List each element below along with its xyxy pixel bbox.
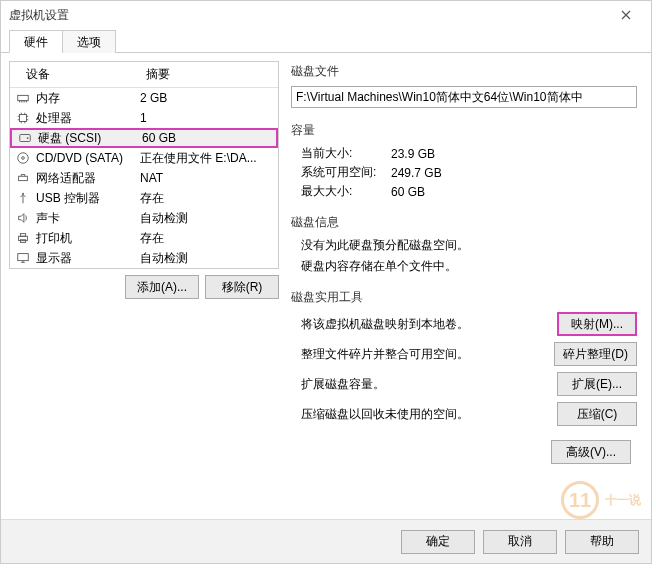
usb-icon <box>10 191 36 205</box>
printer-icon <box>10 231 36 245</box>
device-value: NAT <box>140 171 278 185</box>
window-title: 虚拟机设置 <box>9 7 69 24</box>
device-panel: 设备 摘要 内存2 GB处理器1硬盘 (SCSI)60 GBCD/DVD (SA… <box>9 61 279 269</box>
device-name: CD/DVD (SATA) <box>36 151 140 165</box>
device-name: 硬盘 (SCSI) <box>38 130 142 147</box>
ok-button[interactable]: 确定 <box>401 530 475 554</box>
device-value: 存在 <box>140 190 278 207</box>
device-value: 60 GB <box>142 131 276 145</box>
tools-label: 磁盘实用工具 <box>291 289 637 306</box>
svg-rect-6 <box>19 176 28 180</box>
disk-file-input[interactable] <box>291 86 637 108</box>
device-name: 处理器 <box>36 110 140 127</box>
disk-info-line2: 硬盘内容存储在单个文件中。 <box>301 258 637 275</box>
svg-point-3 <box>27 137 29 139</box>
titlebar: 虚拟机设置 <box>1 1 651 29</box>
cpu-icon <box>10 111 36 125</box>
detail-panel: 磁盘文件 容量 当前大小:23.9 GB 系统可用空间:249.7 GB 最大大… <box>289 61 643 501</box>
device-name: 网络适配器 <box>36 170 140 187</box>
close-button[interactable] <box>609 4 643 26</box>
disc-icon <box>10 151 36 165</box>
device-row-net[interactable]: 网络适配器NAT <box>10 168 278 188</box>
device-row-printer[interactable]: 打印机存在 <box>10 228 278 248</box>
device-value: 存在 <box>140 230 278 247</box>
device-list: 内存2 GB处理器1硬盘 (SCSI)60 GBCD/DVD (SATA)正在使… <box>10 88 278 268</box>
svg-rect-9 <box>20 234 25 237</box>
current-size-value: 23.9 GB <box>391 147 435 161</box>
device-list-header: 设备 摘要 <box>10 62 278 88</box>
sound-icon <box>10 211 36 225</box>
svg-rect-1 <box>20 115 27 122</box>
device-value: 2 GB <box>140 91 278 105</box>
memory-icon <box>10 91 36 105</box>
compact-desc: 压缩磁盘以回收未使用的空间。 <box>301 406 549 423</box>
remove-button[interactable]: 移除(R) <box>205 275 279 299</box>
group-tools: 磁盘实用工具 将该虚拟机磁盘映射到本地卷。 映射(M)... 整理文件碎片并整合… <box>291 289 637 426</box>
net-icon <box>10 171 36 185</box>
device-name: USB 控制器 <box>36 190 140 207</box>
device-name: 声卡 <box>36 210 140 227</box>
tab-hardware[interactable]: 硬件 <box>9 30 63 53</box>
tab-options[interactable]: 选项 <box>62 30 116 53</box>
defrag-button[interactable]: 碎片整理(D) <box>554 342 637 366</box>
device-name: 打印机 <box>36 230 140 247</box>
current-size-label: 当前大小: <box>301 145 391 162</box>
device-value: 正在使用文件 E:\DA... <box>140 150 278 167</box>
max-size-label: 最大大小: <box>301 183 391 200</box>
col-device: 设备 <box>10 62 140 87</box>
group-capacity: 容量 当前大小:23.9 GB 系统可用空间:249.7 GB 最大大小:60 … <box>291 122 637 200</box>
group-disk-info: 磁盘信息 没有为此硬盘预分配磁盘空间。 硬盘内容存储在单个文件中。 <box>291 214 637 275</box>
svg-point-4 <box>18 153 29 164</box>
device-value: 1 <box>140 111 278 125</box>
svg-point-7 <box>22 193 24 195</box>
compact-button[interactable]: 压缩(C) <box>557 402 637 426</box>
device-row-cpu[interactable]: 处理器1 <box>10 108 278 128</box>
device-row-disc[interactable]: CD/DVD (SATA)正在使用文件 E:\DA... <box>10 148 278 168</box>
col-summary: 摘要 <box>140 62 278 87</box>
device-name: 内存 <box>36 90 140 107</box>
svg-rect-11 <box>18 254 29 261</box>
map-desc: 将该虚拟机磁盘映射到本地卷。 <box>301 316 549 333</box>
advanced-button[interactable]: 高级(V)... <box>551 440 631 464</box>
device-row-display[interactable]: 显示器自动检测 <box>10 248 278 268</box>
group-disk-file: 磁盘文件 <box>291 63 637 108</box>
device-value: 自动检测 <box>140 250 278 267</box>
device-row-usb[interactable]: USB 控制器存在 <box>10 188 278 208</box>
device-name: 显示器 <box>36 250 140 267</box>
max-size-value: 60 GB <box>391 185 425 199</box>
device-row-memory[interactable]: 内存2 GB <box>10 88 278 108</box>
map-button[interactable]: 映射(M)... <box>557 312 637 336</box>
disk-file-label: 磁盘文件 <box>291 63 637 80</box>
free-space-value: 249.7 GB <box>391 166 442 180</box>
device-row-sound[interactable]: 声卡自动检测 <box>10 208 278 228</box>
footer: 确定 取消 帮助 <box>1 519 651 563</box>
disk-info-label: 磁盘信息 <box>291 214 637 231</box>
device-value: 自动检测 <box>140 210 278 227</box>
disk-info-line1: 没有为此硬盘预分配磁盘空间。 <box>301 237 637 254</box>
add-button[interactable]: 添加(A)... <box>125 275 199 299</box>
free-space-label: 系统可用空间: <box>301 164 391 181</box>
defrag-desc: 整理文件碎片并整合可用空间。 <box>301 346 546 363</box>
capacity-label: 容量 <box>291 122 637 139</box>
svg-point-5 <box>22 157 25 160</box>
expand-desc: 扩展磁盘容量。 <box>301 376 549 393</box>
help-button[interactable]: 帮助 <box>565 530 639 554</box>
cancel-button[interactable]: 取消 <box>483 530 557 554</box>
tab-strip: 硬件 选项 <box>1 29 651 53</box>
expand-button[interactable]: 扩展(E)... <box>557 372 637 396</box>
display-icon <box>10 251 36 265</box>
hdd-icon <box>12 131 38 145</box>
svg-rect-2 <box>20 135 31 142</box>
svg-rect-0 <box>18 95 29 100</box>
device-row-hdd[interactable]: 硬盘 (SCSI)60 GB <box>10 128 278 148</box>
